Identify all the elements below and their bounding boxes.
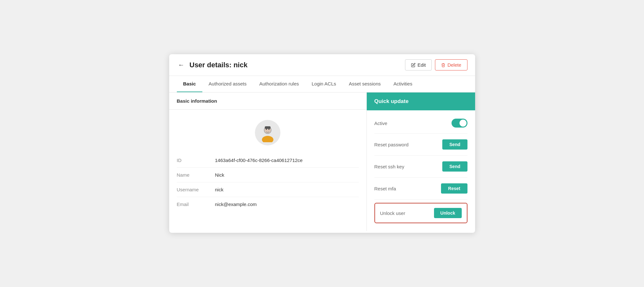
tab-asset-sessions[interactable]: Asset sessions [343, 76, 387, 92]
reset-password-button[interactable]: Send [442, 139, 467, 150]
tab-activities[interactable]: Activities [387, 76, 419, 92]
svg-rect-5 [265, 126, 271, 129]
section-title: Basic information [169, 92, 366, 110]
right-panel: Quick update Active Reset password [367, 92, 475, 231]
trash-icon [441, 63, 445, 67]
header: ← User details: nick Edit Delete [169, 54, 475, 76]
info-table: ID 1463a64f-cf00-476c-8266-ca40612712ce … [169, 153, 366, 219]
unlock-button[interactable]: Unlock [434, 208, 462, 218]
header-actions: Edit Delete [405, 59, 467, 70]
info-row-username: Username nick [177, 182, 359, 197]
tab-basic[interactable]: Basic [177, 76, 202, 92]
header-left: ← User details: nick [177, 60, 248, 70]
avatar [255, 120, 280, 145]
page-title: User details: nick [190, 61, 248, 69]
user-profile [169, 110, 366, 153]
info-row-name: Name Nick [177, 168, 359, 182]
tab-login-acls[interactable]: Login ACLs [305, 76, 343, 92]
info-row-id: ID 1463a64f-cf00-476c-8266-ca40612712ce [177, 153, 359, 168]
reset-password-row: Reset password Send [374, 134, 467, 156]
edit-button[interactable]: Edit [405, 59, 432, 70]
content-area: Basic information ID [169, 92, 475, 231]
info-row-email: Email nick@example.com [177, 197, 359, 211]
tab-authorization-rules[interactable]: Authorization rules [253, 76, 305, 92]
unlock-user-row: Unlock user Unlock [374, 203, 467, 223]
quick-update-header: Quick update [367, 92, 475, 110]
tabs-bar: Basic Authorized assets Authorization ru… [169, 76, 475, 92]
tab-authorized-assets[interactable]: Authorized assets [202, 76, 253, 92]
left-panel: Basic information ID [169, 92, 367, 231]
svg-point-1 [262, 136, 273, 142]
edit-icon [411, 63, 416, 67]
quick-update-body: Active Reset password Send [367, 110, 475, 231]
reset-ssh-key-button[interactable]: Send [442, 161, 467, 172]
back-button[interactable]: ← [177, 60, 186, 70]
delete-button[interactable]: Delete [435, 59, 467, 70]
reset-mfa-button[interactable]: Reset [441, 183, 467, 194]
active-row: Active [374, 113, 467, 134]
avatar-icon [258, 123, 277, 142]
reset-mfa-row: Reset mfa Reset [374, 178, 467, 200]
active-toggle[interactable] [452, 119, 467, 128]
reset-ssh-key-row: Reset ssh key Send [374, 156, 467, 178]
main-window: ← User details: nick Edit Delete [169, 54, 475, 233]
